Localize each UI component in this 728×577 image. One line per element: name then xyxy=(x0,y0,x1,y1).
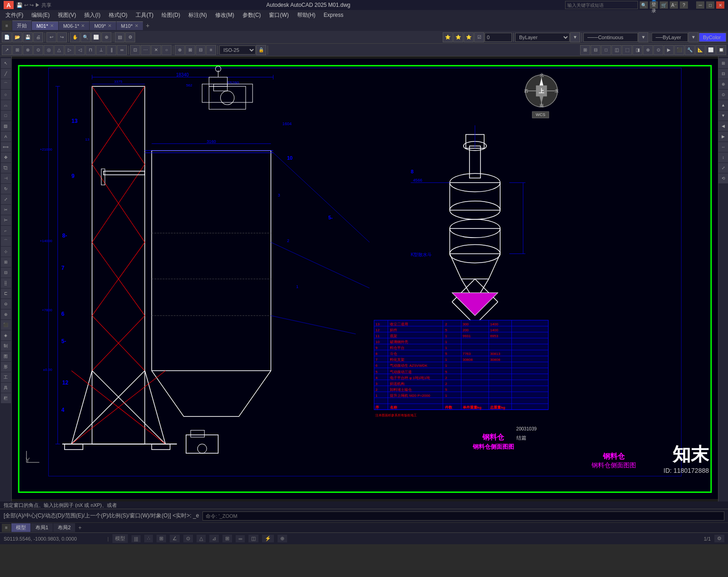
cart-button[interactable]: 🛒 xyxy=(660,1,668,9)
menu-tools[interactable]: 工具(T) xyxy=(132,10,157,20)
tab-m06[interactable]: M06-1* ✕ xyxy=(59,21,89,30)
maximize-button[interactable]: □ xyxy=(706,1,714,9)
tool-mirror[interactable]: ⊣ xyxy=(1,173,11,183)
tool-arc[interactable]: ⌓ xyxy=(1,100,11,110)
right-btn-6[interactable]: ▼ xyxy=(718,111,728,121)
right-btn-10[interactable]: ↕ xyxy=(718,152,728,162)
osnap-button[interactable]: ⊙ xyxy=(183,535,193,542)
tool-rotate[interactable]: ↻ xyxy=(1,184,11,194)
menu-file[interactable]: 文件(F) xyxy=(2,10,27,20)
view-btn-11[interactable]: 🔧 xyxy=(685,45,695,55)
tab-m01[interactable]: M01* ✕ xyxy=(32,21,58,30)
menu-param[interactable]: 参数(C) xyxy=(239,10,265,20)
right-btn-8[interactable]: ▶ xyxy=(718,132,728,142)
tool-redo[interactable]: ↪ xyxy=(57,32,67,42)
snap-btn-7[interactable]: ▷ xyxy=(65,45,75,55)
tool-insert[interactable]: ⊟ xyxy=(1,268,11,278)
menu-dimension[interactable]: 标注(N) xyxy=(185,10,211,20)
3dosnap-button[interactable]: △ xyxy=(197,535,206,542)
menu-view[interactable]: 视图(V) xyxy=(54,10,80,20)
menu-express[interactable]: Express xyxy=(320,11,347,19)
view-btn-10[interactable]: ⬛ xyxy=(674,45,684,55)
right-btn-9[interactable]: ↔ xyxy=(718,142,728,152)
tool-layer[interactable]: ▤ xyxy=(115,32,125,42)
layout-tab-2[interactable]: 布局2 xyxy=(53,523,75,532)
settings-button[interactable]: A⁻ xyxy=(670,1,678,9)
menu-window[interactable]: 窗口(W) xyxy=(265,10,292,20)
view-btn-5[interactable]: ⬚ xyxy=(622,45,632,55)
tool-custom3[interactable]: 形 xyxy=(1,362,11,372)
view-btn-4[interactable]: ◫ xyxy=(612,45,622,55)
dynamic-ucs-button[interactable]: ⊞ xyxy=(222,535,232,542)
tool-pan[interactable]: ✋ xyxy=(70,32,80,42)
polar-button[interactable]: ∠ xyxy=(170,535,180,542)
tool-3d[interactable]: ◈ xyxy=(1,330,11,340)
command-input[interactable] xyxy=(202,511,724,521)
tool-chamfer[interactable]: ⌒ xyxy=(1,236,11,246)
new-tab-button[interactable]: + xyxy=(143,22,152,29)
new-layout-button[interactable]: + xyxy=(76,524,84,532)
tool-array[interactable]: ⣿ xyxy=(1,278,11,288)
minimize-button[interactable]: ─ xyxy=(696,1,704,9)
linetype-dropdown[interactable]: ▼ xyxy=(638,32,648,42)
right-btn-12[interactable]: ⟲ xyxy=(718,173,728,183)
tab-m09[interactable]: M09* ✕ xyxy=(90,21,116,30)
tool-annotate[interactable]: ⭐ xyxy=(443,32,453,42)
right-btn-5[interactable]: ▲ xyxy=(718,100,728,110)
tool-offset[interactable]: ⊏ xyxy=(1,288,11,299)
tool-custom5[interactable]: 具 xyxy=(1,383,11,393)
right-btn-2[interactable]: ⊟ xyxy=(718,69,728,79)
settings-gear[interactable]: ⚙ xyxy=(714,535,724,542)
tool-zoom-all[interactable]: ⊕ xyxy=(101,32,111,42)
tool-zoom[interactable]: 🔍 xyxy=(81,32,91,42)
tool-circle[interactable]: ○ xyxy=(1,90,11,100)
layer-dropdown[interactable]: ▼ xyxy=(570,32,580,42)
snap-btn-19[interactable]: ⊟ xyxy=(196,45,206,55)
tool-check[interactable]: ☑ xyxy=(474,32,484,42)
tool-print[interactable]: 🖨 xyxy=(33,32,43,42)
view-btn-7[interactable]: ⊕ xyxy=(643,45,653,55)
snap-btn-14[interactable]: ⋯ xyxy=(141,45,151,55)
tool-join[interactable]: ⊕ xyxy=(1,309,11,319)
snap-btn-2[interactable]: ⊞ xyxy=(12,45,22,55)
tool-text[interactable]: A xyxy=(1,132,11,142)
snap-btn-10[interactable]: ⊥ xyxy=(96,45,106,55)
layer-select[interactable]: ByLayer xyxy=(515,33,570,42)
scale-input[interactable] xyxy=(485,33,512,42)
tool-custom6[interactable]: 栏 xyxy=(1,393,11,403)
tool-zoom-window[interactable]: ⬜ xyxy=(91,32,101,42)
tool-annotate3[interactable]: ⭐ xyxy=(464,32,474,42)
tab-close-m10[interactable]: ✕ xyxy=(135,23,138,28)
view-btn-2[interactable]: ⊟ xyxy=(591,45,601,55)
layout-tab-model[interactable]: 模型 xyxy=(11,523,30,532)
snap-btn-11[interactable]: ∥ xyxy=(106,45,116,55)
tab-close-m09[interactable]: ✕ xyxy=(108,23,111,28)
menu-modify[interactable]: 修改(M) xyxy=(212,10,238,20)
snap-btn-5[interactable]: ◎ xyxy=(44,45,54,55)
tool-undo[interactable]: ↩ xyxy=(46,32,56,42)
menu-help[interactable]: 帮助(H) xyxy=(293,10,319,20)
transparency-button[interactable]: ◫ xyxy=(248,535,258,542)
snap-btn-1[interactable]: ↗ xyxy=(2,45,12,55)
tool-properties[interactable]: ⚙ xyxy=(125,32,135,42)
right-btn-4[interactable]: ⊙ xyxy=(718,90,728,100)
view-btn-8[interactable]: ⊙ xyxy=(653,45,663,55)
tool-block[interactable]: ⊞ xyxy=(1,257,11,267)
snap-btn-13[interactable]: ⊡ xyxy=(130,45,140,55)
tool-break[interactable]: ⊖ xyxy=(1,299,11,309)
search-input[interactable] xyxy=(565,1,638,9)
view-btn-14[interactable]: 🔲 xyxy=(716,45,726,55)
tool-explode[interactable]: ⊹ xyxy=(1,247,11,257)
annotate-scale-select[interactable]: ISO-25 xyxy=(219,46,256,55)
tool-rectangle[interactable]: □ xyxy=(1,111,11,121)
drawing-canvas[interactable]: 知末网www.znzmo.com 知末网www.znzmo.com 知末网www… xyxy=(12,56,718,501)
help-button[interactable]: ? xyxy=(680,1,688,9)
tab-start[interactable]: 开始 xyxy=(12,20,31,30)
search-button[interactable]: 🔍 xyxy=(640,1,648,9)
tool-copy[interactable]: ⿻ xyxy=(1,163,11,173)
right-btn-1[interactable]: ⊞ xyxy=(718,58,728,68)
tab-m10[interactable]: M10* ✕ xyxy=(116,21,143,30)
snap-btn-18[interactable]: ⊠ xyxy=(185,45,195,55)
tool-select[interactable]: ↖ xyxy=(1,58,11,68)
tool-fillet[interactable]: ⌐ xyxy=(1,226,11,236)
